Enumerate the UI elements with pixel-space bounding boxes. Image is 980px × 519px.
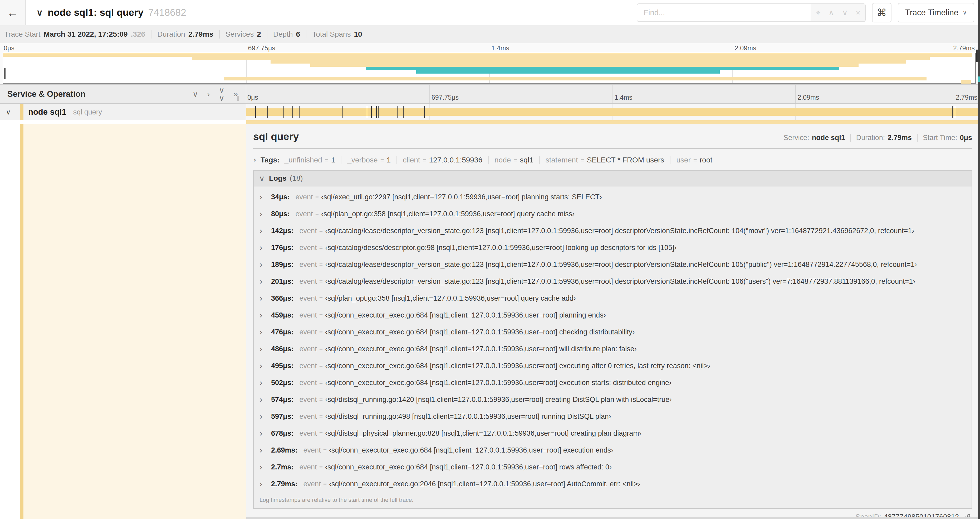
log-marker-tick — [255, 106, 256, 118]
minimap-left-scrubber[interactable] — [4, 68, 6, 79]
log-row[interactable]: ›2.69ms:event=‹sql/conn_executor_exec.go… — [254, 442, 972, 458]
equals-sign: = — [319, 312, 323, 319]
view-selector-label: Trace Timeline — [905, 8, 958, 18]
log-row[interactable]: ›502μs:event=‹sql/conn_executor_exec.go:… — [254, 374, 972, 391]
expand-one-icon[interactable]: › — [207, 90, 210, 98]
span-collapse-chevron-icon[interactable]: ∨ — [6, 108, 16, 116]
timeline-minimap[interactable]: 0μs697.75μs1.4ms2.09ms2.79ms — [0, 43, 980, 85]
log-marker-tick — [376, 106, 377, 118]
detail-meta-label: Duration: — [856, 134, 885, 142]
log-row[interactable]: ›476μs:event=‹sql/conn_executor_exec.go:… — [254, 324, 972, 340]
tags-expand-chevron-icon[interactable]: › — [253, 155, 256, 164]
log-timestamp: 176μs: — [271, 244, 294, 252]
equals-sign: = — [315, 211, 319, 217]
log-row[interactable]: ›34μs:event=‹sql/exec_util.go:2297 [nsql… — [254, 188, 972, 206]
trace-title: node sql1: sql query — [48, 7, 143, 18]
log-row[interactable]: ›189μs:event=‹sql/catalog/lease/descript… — [254, 256, 972, 273]
log-expand-chevron-icon[interactable]: › — [259, 395, 262, 404]
log-row[interactable]: ›459μs:event=‹sql/conn_executor_exec.go:… — [254, 307, 972, 324]
log-row[interactable]: ›80μs:event=‹sql/plan_opt.go:358 [nsql1,… — [254, 206, 972, 222]
prev-match-icon[interactable]: ∧ — [828, 9, 834, 17]
next-match-icon[interactable]: ∨ — [842, 9, 848, 17]
clear-find-icon[interactable]: × — [856, 9, 861, 17]
logs-header[interactable]: ∨ Logs (18) — [254, 171, 972, 187]
locate-icon[interactable]: ⌖ — [816, 9, 820, 17]
trace-view-selector[interactable]: Trace Timeline ∨ — [898, 3, 974, 22]
detail-meta-label: Start Time: — [923, 134, 957, 142]
log-event-value: ‹sql/plan_opt.go:358 [nsql1,client=127.0… — [321, 210, 574, 218]
log-row[interactable]: ›678μs:event=‹sql/distsql_physical_plann… — [254, 425, 972, 442]
log-expand-chevron-icon[interactable]: › — [259, 260, 262, 269]
separator — [267, 30, 267, 38]
collapse-one-icon[interactable]: ∨ — [192, 90, 198, 98]
span-row-timeline-cell — [246, 104, 978, 120]
log-event-value: ‹sql/conn_executor_exec.go:684 [nsql1,cl… — [325, 362, 710, 370]
log-expand-chevron-icon[interactable]: › — [259, 209, 262, 219]
timeline-ruler: 0μs697.75μs1.4ms2.09ms2.79ms — [246, 85, 978, 103]
log-row[interactable]: ›2.7ms:event=‹sql/conn_executor_exec.go:… — [254, 458, 972, 476]
log-event-key: event — [299, 278, 317, 286]
log-expand-chevron-icon[interactable]: › — [259, 311, 262, 320]
log-expand-chevron-icon[interactable]: › — [259, 412, 262, 421]
log-row[interactable]: ›2.79ms:event=‹sql/conn_executor_exec.go… — [254, 476, 972, 492]
log-event-key: event — [299, 311, 317, 319]
logs-footnote: Log timestamps are relative to the start… — [254, 492, 972, 508]
separator — [670, 156, 670, 164]
minimap-canvas[interactable] — [3, 53, 976, 84]
log-marker-tick — [955, 106, 955, 118]
log-row[interactable]: ›495μs:event=‹sql/conn_executor_exec.go:… — [254, 357, 972, 374]
log-expand-chevron-icon[interactable]: › — [259, 429, 262, 438]
find-input[interactable] — [637, 4, 811, 21]
log-marker-tick — [952, 106, 953, 118]
tag-item: client=127.0.0.1:59936 — [403, 156, 482, 164]
log-timestamp: 366μs: — [271, 294, 294, 302]
collapse-all-icon[interactable]: ∨∨ — [219, 86, 224, 102]
log-expand-chevron-icon[interactable]: › — [259, 193, 262, 202]
log-timestamp: 2.79ms: — [271, 480, 298, 488]
equals-sign: = — [319, 244, 323, 251]
minimap-right-scrubber[interactable] — [976, 50, 980, 62]
log-expand-chevron-icon[interactable]: › — [259, 479, 262, 489]
back-button[interactable]: ← — [0, 0, 26, 25]
log-row[interactable]: ›201μs:event=‹sql/catalog/lease/descript… — [254, 273, 972, 290]
log-expand-chevron-icon[interactable]: › — [259, 361, 262, 370]
log-expand-chevron-icon[interactable]: › — [259, 294, 262, 303]
span-duration-bar[interactable] — [246, 109, 978, 116]
tags-row[interactable]: › Tags: _unfinished=1_verbose=1client=12… — [253, 155, 972, 164]
log-expand-chevron-icon[interactable]: › — [259, 243, 262, 252]
log-row[interactable]: ›574μs:event=‹sql/distsql_running.go:142… — [254, 391, 972, 408]
summary-item-label: Duration — [157, 30, 185, 38]
log-expand-chevron-icon[interactable]: › — [259, 277, 262, 286]
gridline — [612, 85, 613, 103]
log-timestamp: 142μs: — [271, 227, 294, 235]
log-expand-chevron-icon[interactable]: › — [259, 345, 262, 354]
column-resizer-handle[interactable]: ‖ — [237, 94, 240, 102]
summary-item: Total Spans10 — [312, 30, 362, 38]
log-row[interactable]: ›142μs:event=‹sql/catalog/lease/descript… — [254, 222, 972, 239]
log-expand-chevron-icon[interactable]: › — [259, 463, 262, 472]
log-row[interactable]: ›176μs:event=‹sql/catalog/descs/descript… — [254, 239, 972, 256]
chevron-down-icon: ∨ — [963, 9, 967, 16]
log-expand-chevron-icon[interactable]: › — [259, 327, 262, 337]
equals-sign: = — [319, 278, 323, 285]
equals-sign: = — [319, 363, 323, 369]
log-event-value: ‹sql/conn_executor_exec.go:684 [nsql1,cl… — [329, 446, 613, 454]
log-row[interactable]: ›366μs:event=‹sql/plan_opt.go:358 [nsql1… — [254, 290, 972, 307]
log-marker-tick — [299, 106, 299, 118]
log-event-value: ‹sql/conn_executor_exec.go:2046 [nsql1,c… — [329, 480, 640, 488]
log-timestamp: 678μs: — [271, 430, 294, 438]
log-event-key: event — [296, 210, 313, 218]
log-expand-chevron-icon[interactable]: › — [259, 378, 262, 387]
log-expand-chevron-icon[interactable]: › — [259, 226, 262, 235]
span-row-service-cell[interactable]: ∨ node sql1 sql query — [0, 104, 246, 120]
log-expand-chevron-icon[interactable]: › — [259, 446, 262, 455]
summary-item: Services2 — [226, 30, 261, 38]
log-timestamp: 459μs: — [271, 311, 294, 319]
span-color-stripe — [20, 104, 24, 120]
keyboard-shortcuts-button[interactable]: ⌘ — [872, 3, 891, 22]
summary-item-label: Trace Start — [4, 30, 40, 38]
collapse-trace-chevron-icon[interactable]: ∨ — [37, 7, 43, 18]
log-row[interactable]: ›597μs:event=‹sql/distsql_running.go:498… — [254, 408, 972, 425]
log-row[interactable]: ›486μs:event=‹sql/conn_executor_exec.go:… — [254, 340, 972, 357]
gridline — [430, 85, 430, 103]
